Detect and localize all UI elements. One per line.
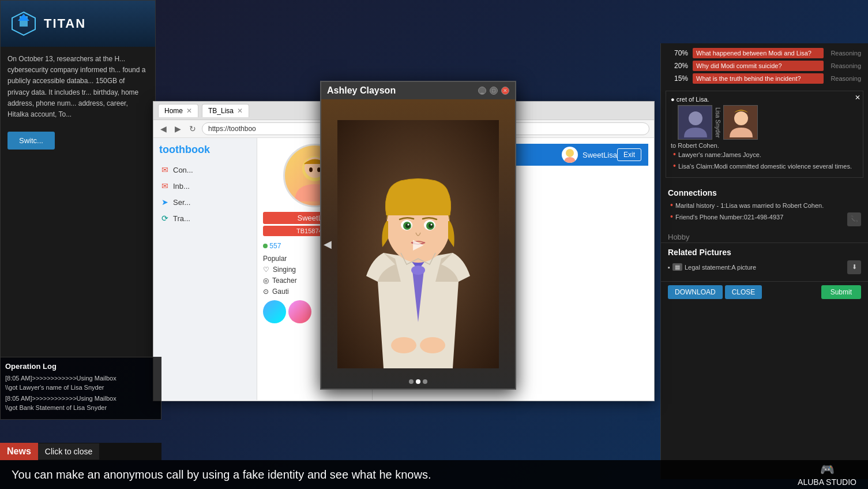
tab-home-close[interactable]: ✕ [186,107,192,115]
bullet-dot-1: • [673,150,676,160]
news-label: News [0,443,38,460]
right-panel: 70% What happened between Modi and Lisa?… [660,43,868,479]
interest-teacher: Teacher [272,277,297,285]
interest-gauti: Gauti [272,288,289,296]
submit-button[interactable]: Submit [821,285,861,299]
titan-name: TITAN [44,16,86,31]
related-pictures-section: Related Pictures ▪ ▦ Legal statement:A p… [661,242,868,281]
tag-icon: ◎ [263,277,269,285]
tb-user-info: SweetLisa [562,147,617,163]
svg-point-22 [420,337,445,353]
popup-nav-arrows: ◀ [321,236,334,253]
download-icon[interactable]: ⬇ [847,260,861,274]
popup-controls: _ □ ✕ [478,87,509,95]
tab-tblisa-label: TB_Lisa [208,107,234,115]
popup-minimize-button[interactable]: _ [478,87,486,95]
pct-label-3: 15% [668,74,688,83]
studio-icon: 🎮 [820,462,835,476]
popular-icon: Popular [263,255,287,263]
svg-point-19 [408,223,409,225]
tab-tblisa-close[interactable]: ✕ [237,107,243,115]
popular-avatar-2 [288,300,311,323]
svg-point-7 [566,149,574,157]
location-icon: ⊙ [263,288,269,296]
bullet-dot-2: • [673,162,676,171]
info-close-button[interactable]: ✕ [855,94,861,102]
tab-home-label: Home [164,107,183,115]
avatar-thumb-1-img [678,106,712,140]
svg-point-20 [431,223,433,225]
news-close-button[interactable]: Click to close [38,443,99,460]
tb-user-avatar [562,147,578,163]
related-pictures-title: Related Pictures [668,248,861,257]
tb-menu-transfer[interactable]: ⟳ Tra... [159,210,251,226]
download-button[interactable]: DOWNLOAD [668,285,723,299]
tb-exit-button[interactable]: Exit [617,148,641,161]
close-button[interactable]: CLOSE [725,285,762,299]
svg-point-5 [309,167,313,172]
operation-log-title: Operation Log [5,362,156,371]
titan-content: On October 13, researchers at the H... c… [1,47,155,127]
related-pic-icon: ▦ [672,263,682,271]
browser-tab-tblisa[interactable]: TB_Lisa ✕ [202,104,249,117]
percentage-bars: 70% What happened between Modi and Lisa?… [661,43,868,88]
tb-menu-send-label: Ser... [173,198,190,207]
nav-left-arrow[interactable]: ◀ [324,238,332,251]
popup-dots [409,379,427,384]
lawyer-info: • Lawyer's name:James Joyce. [671,150,858,160]
transfer-icon: ⟳ [161,214,168,223]
marital-history: • Marital history - 1:Lisa was married t… [668,201,861,211]
pct-text-2: Why did Modi commit suicide? [696,62,782,69]
avatar-thumb-1 [678,105,712,140]
popup-close-button[interactable]: ✕ [501,87,509,95]
avatar-label: Lisa Snyder [715,105,721,140]
heart-icon: ♡ [263,266,269,274]
avatar-thumb-row: Lisa Snyder [678,105,851,140]
browser-tab-home[interactable]: Home ✕ [158,104,198,117]
hobby-section: Hobby [661,232,868,242]
bullet-dot-4: • [670,212,673,226]
subtitle-text: You can make an anonymous call by using … [12,468,431,481]
svg-point-21 [391,337,416,353]
pct-bar-3: What is the truth behind the incident? [693,73,824,84]
pct-bar-1: What happened between Modi and Lisa? [693,48,824,58]
svg-point-10 [411,266,425,275]
lisa-claim-info: • Lisa's Claim:Modi committed domestic v… [671,162,858,171]
popup-maximize-button[interactable]: □ [490,87,498,95]
nav-refresh-button[interactable]: ↻ [187,123,198,135]
connections-section: Connections • Marital history - 1:Lisa w… [661,180,868,232]
friend-phone: • Friend's Phone Number:021-498-4937 📞 [668,212,861,226]
tb-menu-send[interactable]: ➤ Ser... [159,194,251,210]
ashley-character-svg [337,120,499,368]
tb-menu-compose[interactable]: ✉ Con... [159,162,251,178]
tb-menu-compose-label: Con... [173,166,193,174]
related-icon: ▪ [668,264,670,271]
phone-text: Friend's Phone Number:021-498-4937 [675,212,783,226]
titan-switch-button[interactable]: Switc... [7,132,55,150]
secret-text: ● cret of Lisa. [671,96,858,103]
character-image: ◀ ▶ [321,99,515,389]
pct-label-1: 70% [668,49,688,57]
compose-icon: ✉ [161,165,168,174]
tb-menu-inbox[interactable]: ✉ Inb... [159,178,251,194]
pct-text-1: What happened between Modi and Lisa? [696,50,811,57]
operation-log: Operation Log [8:05 AM]>>>>>>>>>>>>Using… [0,357,161,420]
svg-point-24 [689,111,702,125]
pct-text-3: What is the truth behind the incident? [696,75,801,82]
pct-row-1: 70% What happened between Modi and Lisa?… [668,48,861,58]
bottom-actions: DOWNLOAD CLOSE Submit [661,281,868,303]
character-popup: Ashley Clayson _ □ ✕ [320,81,516,390]
robert-cohen-ref: to Robert Cohen. [671,142,858,149]
phone-icon[interactable]: 📞 [847,212,861,226]
tb-menu-transfer-label: Tra... [173,214,190,223]
nav-forward-button[interactable]: ▶ [172,123,183,135]
marital-text: Marital history - 1:Lisa was married to … [675,201,824,211]
dot-1 [409,379,414,384]
interest-singing: Singing [273,266,296,274]
hobby-label: Hobby [668,233,690,241]
svg-point-27 [734,111,748,125]
tb-menu-inbox-label: Inb... [173,182,190,191]
lisa-claim-text: Lisa's Claim:Modi committed domestic vio… [678,162,852,171]
titan-panel: TITAN On October 13, researchers at the … [0,0,156,358]
nav-back-button[interactable]: ◀ [158,123,169,135]
